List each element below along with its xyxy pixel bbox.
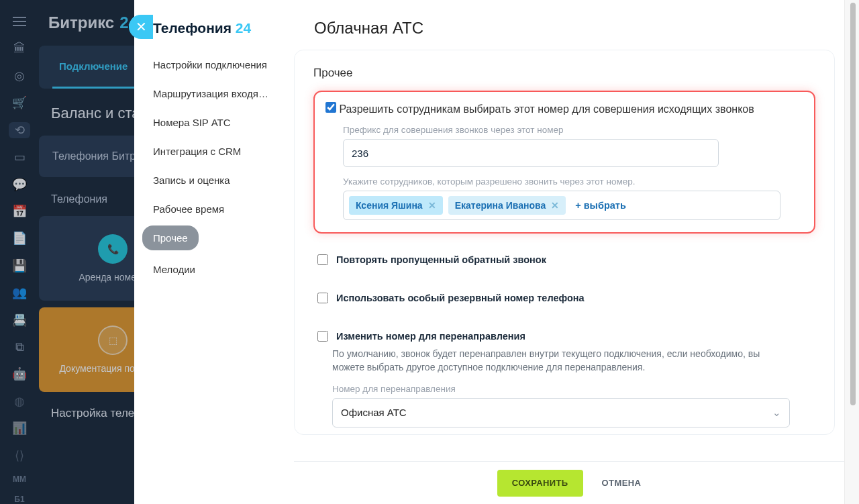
nav-sip-numbers[interactable]: Номера SIP АТС [142, 110, 286, 135]
use-reserve-label: Использовать особый резервный номер теле… [336, 293, 585, 303]
nav-crm-integration[interactable]: Интеграция с CRM [142, 139, 286, 164]
nav-recording[interactable]: Запись и оценка [142, 168, 286, 193]
close-icon: ✕ [136, 19, 147, 35]
slide-panel: Телефония 24 Настройки подключения Маршр… [134, 0, 859, 504]
employee-chip: Екатерина Иванова ✕ [448, 196, 566, 215]
card-title: Прочее [313, 66, 815, 80]
side-title-b: 24 [236, 20, 251, 36]
employees-label: Укажите сотрудников, которым разрешено з… [343, 177, 803, 187]
overlay-spacer: ✕ [0, 0, 134, 504]
add-employee-button[interactable]: + выбрать [571, 200, 630, 211]
prefix-input[interactable] [343, 139, 719, 167]
chip-label: Екатерина Иванова [455, 200, 546, 211]
redirect-select-value: Офисная АТС [341, 407, 407, 418]
side-title-a: Телефония [153, 20, 232, 36]
prefix-label: Префикс для совершения звонков через это… [343, 125, 803, 135]
cancel-button[interactable]: ОТМЕНА [602, 478, 642, 488]
allow-outgoing-input[interactable] [325, 102, 336, 113]
chip-label: Ксения Яшина [356, 200, 423, 211]
panel-footer: СОХРАНИТЬ ОТМЕНА [294, 461, 844, 504]
employees-field[interactable]: Ксения Яшина ✕ Екатерина Иванова ✕ + выб… [343, 191, 780, 220]
content-header: Облачная АТС [294, 0, 844, 50]
repeat-missed-checkbox[interactable] [317, 254, 328, 265]
redirect-number-label: Номер для перенаправления [332, 384, 815, 394]
change-redirect-checkbox[interactable] [317, 331, 328, 342]
change-redirect-label: Изменить номер для перенаправления [336, 331, 525, 342]
settings-card: Прочее Разрешить сотрудникам выбирать эт… [294, 50, 835, 435]
nav-melodies[interactable]: Мелодии [142, 257, 286, 282]
nav-connection-settings[interactable]: Настройки подключения [142, 52, 286, 77]
use-reserve-checkbox[interactable] [317, 293, 328, 303]
nav-incoming-routing[interactable]: Маршрутизация входящ… [142, 81, 286, 106]
allow-outgoing-checkbox[interactable]: Разрешить сотрудникам выбирать этот номе… [325, 103, 754, 115]
nav-working-hours[interactable]: Рабочее время [142, 197, 286, 221]
nav-other[interactable]: Прочее [142, 225, 199, 250]
scrollbar-track[interactable] [844, 0, 859, 504]
repeat-missed-label: Повторять пропущенный обратный звонок [336, 254, 546, 265]
allow-outgoing-label: Разрешить сотрудникам выбирать этот номе… [339, 103, 754, 115]
highlighted-section: Разрешить сотрудникам выбирать этот номе… [313, 91, 815, 234]
content-area: Облачная АТС Прочее Разрешить сотрудника… [294, 0, 859, 504]
chip-remove-icon[interactable]: ✕ [428, 200, 436, 211]
save-button[interactable]: СОХРАНИТЬ [497, 470, 583, 497]
slide-over-overlay: ✕ Телефония 24 Настройки подключения Мар… [0, 0, 859, 504]
redirect-description: По умолчанию, звонок будет перенаправлен… [332, 347, 789, 374]
employee-chip: Ксения Яшина ✕ [349, 196, 443, 215]
scrollbar-thumb[interactable] [850, 3, 856, 405]
chip-remove-icon[interactable]: ✕ [551, 200, 559, 211]
chevron-down-icon: ⌄ [772, 407, 781, 419]
side-nav-title: Телефония 24 [134, 16, 294, 50]
side-nav: Телефония 24 Настройки подключения Маршр… [134, 0, 294, 504]
close-panel-button[interactable]: ✕ [129, 15, 153, 39]
redirect-select[interactable]: Офисная АТС ⌄ [332, 398, 790, 427]
